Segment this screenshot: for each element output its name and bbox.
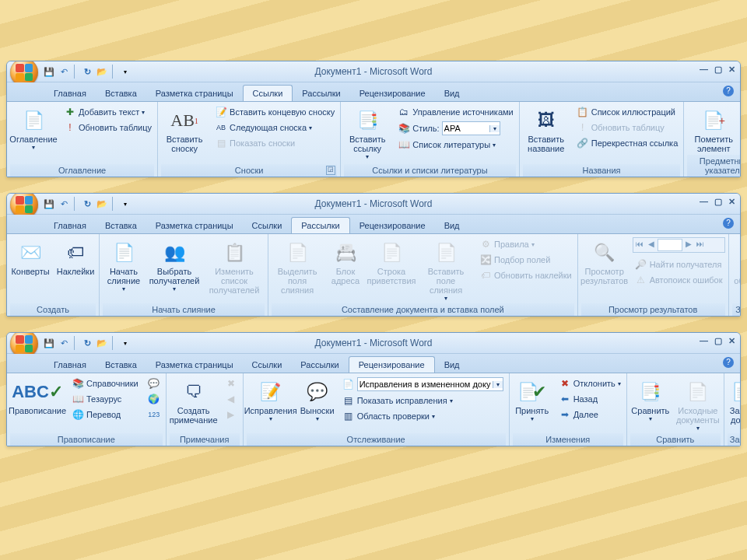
tab-references[interactable]: Ссылки	[243, 85, 293, 101]
spelling-button[interactable]: ABC✓Правописание	[10, 375, 65, 417]
dropdown-icon[interactable]: ▾	[493, 381, 503, 388]
display-value[interactable]	[358, 380, 493, 389]
dropdown-icon[interactable]: ▾	[489, 125, 500, 132]
greeting-line-button[interactable]: 📄Строка приветствия	[368, 236, 415, 287]
toc-button[interactable]: 📄 Оглавление▾	[10, 103, 57, 152]
first-icon[interactable]: ⏮	[634, 240, 645, 250]
set-language-button[interactable]: 🌍	[146, 392, 163, 406]
accept-button[interactable]: 📄✔Принять▾	[513, 375, 552, 424]
tab-mailings[interactable]: Рассылки	[293, 86, 349, 101]
dialog-launcher[interactable]: ◲	[326, 166, 335, 175]
tab-references[interactable]: Ссылки	[243, 357, 292, 373]
update-toc-button[interactable]: !Обновить таблицу	[61, 121, 154, 135]
undo-icon[interactable]: ↶	[58, 337, 70, 349]
update-captions-button[interactable]: !Обновить таблицу	[574, 121, 681, 135]
tab-review[interactable]: Рецензирование	[349, 356, 435, 373]
next-footnote-button[interactable]: ABСледующая сноска ▾	[212, 121, 337, 135]
maximize-button[interactable]: ▢	[714, 197, 722, 207]
maximize-button[interactable]: ▢	[714, 65, 722, 75]
manage-sources-button[interactable]: 🗂Управление источниками	[395, 105, 515, 119]
mark-entry-button[interactable]: 📄+ Пометить элемент	[687, 103, 740, 155]
envelopes-button[interactable]: ✉️Конверты	[10, 236, 51, 278]
display-for-review[interactable]: 📄 ▾	[340, 376, 506, 392]
tab-insert[interactable]: Вставка	[96, 86, 146, 101]
tab-insert[interactable]: Вставка	[96, 218, 146, 233]
minimize-button[interactable]: —	[700, 336, 708, 346]
new-comment-button[interactable]: 🗨Создать примечание	[170, 375, 218, 426]
tab-references[interactable]: Ссылки	[243, 218, 292, 233]
next-comment-button[interactable]: ▶	[223, 408, 240, 422]
tab-view[interactable]: Вид	[435, 86, 469, 101]
help-icon[interactable]: ?	[723, 218, 734, 229]
word-count-button[interactable]: 123	[146, 408, 163, 422]
tab-mailings[interactable]: Рассылки	[291, 357, 348, 373]
qat-customize-icon[interactable]: ▾	[119, 198, 132, 210]
close-button[interactable]: ✕	[728, 197, 735, 207]
tab-review[interactable]: Рецензирование	[350, 218, 435, 233]
tab-review[interactable]: Рецензирование	[350, 86, 435, 101]
tab-home[interactable]: Главная	[44, 357, 96, 373]
thesaurus-button[interactable]: 📖Тезаурус	[69, 392, 141, 406]
undo-icon[interactable]: ↶	[58, 65, 70, 78]
select-recipients-button[interactable]: 👥Выбрать получателей▾	[149, 236, 199, 294]
insert-merge-field-button[interactable]: 📄Вставить поле слияния▾	[419, 236, 472, 303]
tab-insert[interactable]: Вставка	[96, 357, 146, 373]
translation-tip-button[interactable]: 💬	[146, 376, 163, 390]
table-figures-button[interactable]: 📋Список иллюстраций	[574, 105, 681, 119]
show-notes-button[interactable]: ▤Показать сноски	[212, 136, 337, 150]
maximize-button[interactable]: ▢	[714, 336, 722, 346]
add-text-button[interactable]: ✚Добавить текст ▾	[61, 105, 154, 119]
save-icon[interactable]: 💾	[43, 65, 55, 78]
open-icon[interactable]: 📂	[96, 65, 108, 78]
check-errors-button[interactable]: ⚠Автопоиск ошибок	[633, 273, 725, 287]
tab-view[interactable]: Вид	[435, 218, 469, 233]
find-recipient-button[interactable]: 🔎Найти получателя	[633, 257, 725, 271]
close-button[interactable]: ✕	[728, 336, 735, 346]
undo-icon[interactable]: ↶	[58, 198, 70, 210]
reject-button[interactable]: ✖Отклонить ▾	[556, 376, 623, 390]
redo-icon[interactable]: ↻	[81, 198, 93, 210]
save-icon[interactable]: 💾	[43, 337, 55, 349]
tab-view[interactable]: Вид	[435, 357, 469, 373]
minimize-button[interactable]: —	[700, 197, 708, 207]
help-icon[interactable]: ?	[723, 357, 734, 368]
reviewing-pane-button[interactable]: ▥Область проверки ▾	[340, 409, 506, 423]
prev-change-button[interactable]: ⬅Назад	[556, 392, 623, 406]
record-field[interactable]	[658, 239, 682, 251]
insert-footnote-button[interactable]: AB1 Вставить сноску	[161, 103, 208, 155]
tab-home[interactable]: Главная	[44, 218, 96, 233]
delete-comment-button[interactable]: ✖	[223, 376, 240, 390]
rules-button[interactable]: ⚙Правила ▾	[477, 237, 574, 251]
balloons-button[interactable]: 💬Выноски▾	[300, 375, 335, 424]
match-fields-button[interactable]: 🔀Подбор полей	[477, 253, 574, 267]
address-block-button[interactable]: 📇Блок адреса	[328, 236, 363, 287]
open-icon[interactable]: 📂	[96, 198, 108, 210]
style-combo[interactable]: ▾	[442, 121, 500, 135]
edit-recipients-button[interactable]: 📋Изменить список получателей	[204, 236, 265, 296]
qat-customize-icon[interactable]: ▾	[119, 337, 132, 349]
next-icon[interactable]: ▶	[683, 240, 694, 250]
qat-customize-icon[interactable]: ▾	[119, 65, 132, 78]
style-value[interactable]	[443, 124, 489, 133]
insert-caption-button[interactable]: 🖼 Вставить название	[523, 103, 570, 155]
start-merge-button[interactable]: 📄Начать слияние▾	[103, 236, 145, 294]
redo-icon[interactable]: ↻	[81, 65, 93, 78]
insert-citation-button[interactable]: 📑 Вставить ссылку▾	[344, 103, 391, 162]
close-button[interactable]: ✕	[728, 65, 735, 75]
update-labels-button[interactable]: 🏷Обновить наклейки	[477, 268, 574, 282]
highlight-fields-button[interactable]: 📄Выделить поля слияния	[272, 236, 323, 296]
track-changes-button[interactable]: 📝Исправления▾	[247, 375, 295, 424]
finish-merge-button[interactable]: 📤Найти и объединить▾	[732, 236, 741, 294]
compare-button[interactable]: 📑Сравнить▾	[630, 375, 671, 424]
open-icon[interactable]: 📂	[96, 337, 108, 349]
insert-endnote-button[interactable]: 📝Вставить концевую сноску	[212, 105, 337, 119]
prev-comment-button[interactable]: ◀	[223, 392, 240, 406]
tab-home[interactable]: Главная	[44, 86, 96, 101]
preview-results-button[interactable]: 🔍Просмотр результатов	[581, 236, 628, 287]
cross-reference-button[interactable]: 🔗Перекрестная ссылка	[574, 136, 681, 150]
minimize-button[interactable]: —	[700, 65, 708, 75]
record-navigator[interactable]: ⏮◀▶⏭	[633, 237, 725, 253]
translate-button[interactable]: 🌐Перевод	[69, 408, 141, 422]
tab-layout[interactable]: Разметка страницы	[146, 86, 243, 101]
tab-mailings[interactable]: Рассылки	[291, 217, 349, 233]
